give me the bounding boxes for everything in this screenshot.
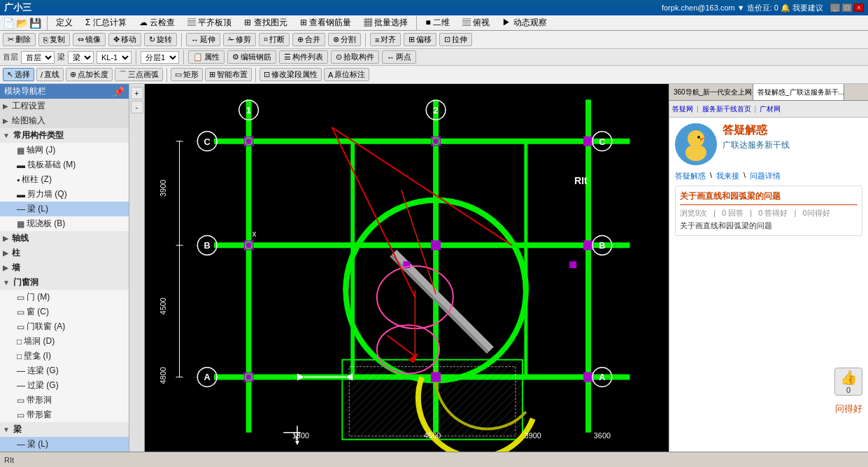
sidebar-group-column[interactable]: ▶ 柱 xyxy=(0,246,129,260)
sidebar-header: 模块导航栏 📌 xyxy=(0,84,129,99)
browser-tab-360[interactable]: 360导航_新一代安全上网... xyxy=(669,84,753,100)
sidebar-group-beam[interactable]: ▼ 梁 xyxy=(0,422,129,437)
menu-sum[interactable]: Σ 汇总计算 xyxy=(80,15,132,30)
qa-link-detail[interactable]: 问题详情 xyxy=(750,171,781,181)
sidebar-item-doorwindow-combo[interactable]: ▭ 门联窗 (A) xyxy=(0,319,129,334)
move-btn[interactable]: ✥ 移动 xyxy=(108,33,141,46)
copy-btn[interactable]: ⎘ 复制 xyxy=(38,33,70,46)
sidebar-item-door[interactable]: ▭ 门 (M) xyxy=(0,290,129,305)
merge-btn[interactable]: ⊕ 合并 xyxy=(292,33,325,46)
qb-plus[interactable]: + xyxy=(131,87,143,99)
open-icon[interactable]: 📂 xyxy=(16,18,28,29)
rect-tool[interactable]: ▭ 矩形 xyxy=(171,68,203,81)
menu-topview[interactable]: ▤ 俯视 xyxy=(457,15,495,30)
niche-label: 壁龛 (I) xyxy=(24,350,51,362)
menu-2d[interactable]: ■ 二维 xyxy=(420,15,455,30)
qa-item-title[interactable]: 关于画直线和园弧梁的问题 xyxy=(680,190,858,202)
expand-icon: ▶ xyxy=(3,102,8,110)
save-icon[interactable]: 💾 xyxy=(29,18,41,29)
sidebar-item-column[interactable]: ▪ 框柱 (Z) xyxy=(0,172,129,187)
layer-select[interactable]: 分层1 xyxy=(141,51,179,64)
qa-link-qa[interactable]: 答疑解惑 xyxy=(675,171,706,181)
menu-cloud[interactable]: ☁ 云检查 xyxy=(134,15,180,30)
split-btn[interactable]: ⊗ 分割 xyxy=(328,33,361,46)
menu-view-rebar[interactable]: ⊞ 查看钢筋量 xyxy=(294,15,357,30)
sidebar-item-wallopening[interactable]: □ 墙洞 (D) xyxy=(0,334,129,349)
sidebar-group-doorwindow[interactable]: ▼ 门窗洞 xyxy=(0,275,129,290)
sidebar-item-beam2[interactable]: — 梁 (L) xyxy=(0,437,129,452)
statusbar: RIt xyxy=(0,452,868,467)
qa-link-sep1: \ xyxy=(710,171,712,181)
nav-link-materials[interactable]: 广材网 xyxy=(760,104,781,114)
raft-label: 筏板基础 (M) xyxy=(27,159,76,171)
two-point-btn[interactable]: ↔ 两点 xyxy=(382,50,416,64)
sidebar-group-common[interactable]: ▼ 常用构件类型 xyxy=(0,128,129,143)
canvas-area[interactable]: x x C C B B A A 1 2 3900 4500 4800 xyxy=(145,84,669,452)
menu-find[interactable]: ⊞ 查找图元 xyxy=(239,15,292,30)
sidebar: 模块导航栏 📌 ▶ 工程设置 ▶ 绘图输入 ▼ 常用构件类型 ▦ 轴网 (J) … xyxy=(0,84,129,452)
qa-subtitle-text: 广联达服务新干线 xyxy=(723,139,862,151)
rotate-btn[interactable]: ↻ 旋转 xyxy=(144,33,177,46)
stretch-btn[interactable]: ⊡ 拉伸 xyxy=(439,33,472,46)
offset-btn[interactable]: ⊞ 偏移 xyxy=(404,33,436,46)
drawing-canvas[interactable]: x x C C B B A A 1 2 3900 4500 4800 xyxy=(145,84,669,452)
pick-component-btn[interactable]: ⊙ 拾取构件 xyxy=(331,50,379,64)
close-btn[interactable]: × xyxy=(854,4,864,12)
modify-segment-tool[interactable]: ⊡ 修改梁段属性 xyxy=(259,68,322,81)
mirror-btn[interactable]: ⇔ 镜像 xyxy=(73,33,106,46)
qa-link-accept[interactable]: 我来接 xyxy=(716,171,739,181)
floor-select[interactable]: 首层 xyxy=(21,51,55,64)
sidebar-item-connbeam[interactable]: — 连梁 (G) xyxy=(0,363,129,378)
menu-level[interactable]: ▤ 平齐板顶 xyxy=(182,15,237,30)
sidebar-item-raft[interactable]: ▬ 筏板基础 (M) xyxy=(0,158,129,172)
sidebar-item-engineering-setup[interactable]: ▶ 工程设置 xyxy=(0,99,129,113)
inplace-label-tool[interactable]: A 原位标注 xyxy=(324,68,369,81)
delete-btn[interactable]: ✂ 删除 xyxy=(3,33,36,46)
sidebar-group-wall[interactable]: ▶ 墙 xyxy=(0,260,129,275)
sidebar-item-shearwall[interactable]: ▬ 剪力墙 (Q) xyxy=(0,187,129,202)
sidebar-item-niche[interactable]: □ 壁龛 (I) xyxy=(0,349,129,363)
break-btn[interactable]: ⌗ 打断 xyxy=(259,33,290,46)
sidebar-item-slab[interactable]: ▦ 现浇板 (B) xyxy=(0,216,129,231)
nav-link-qa[interactable]: 答疑网 xyxy=(672,104,693,114)
sidebar-item-axis[interactable]: ▦ 轴网 (J) xyxy=(0,143,129,158)
qb-minus[interactable]: - xyxy=(131,101,143,113)
menu-define[interactable]: 定义 xyxy=(50,15,78,30)
edit-rebar-btn[interactable]: ⚙ 编辑钢筋 xyxy=(227,50,276,64)
new-icon[interactable]: 📄 xyxy=(3,18,15,29)
extend-btn[interactable]: ↔ 延伸 xyxy=(186,33,220,46)
sidebar-item-stripwindow[interactable]: ▭ 带形窗 xyxy=(0,407,129,422)
smart-layout-tool[interactable]: ⊞ 智能布置 xyxy=(205,68,252,81)
trim-btn[interactable]: ✁ 修剪 xyxy=(223,33,256,46)
svg-text:4800: 4800 xyxy=(159,367,167,384)
point-length-tool[interactable]: ⊕ 点加长度 xyxy=(66,68,113,81)
minimize-btn[interactable]: _ xyxy=(830,4,840,12)
sidebar-pin[interactable]: 📌 xyxy=(113,86,124,97)
svg-text:C: C xyxy=(599,137,605,147)
sidebar-group-axis[interactable]: ▶ 轴线 xyxy=(0,231,129,246)
menu-batch[interactable]: ▦ 批量选择 xyxy=(358,15,413,30)
beam-type-select[interactable]: 梁 xyxy=(68,51,94,64)
menu-dynamic[interactable]: ▶ 动态观察 xyxy=(497,15,552,30)
component-list-btn[interactable]: ☰ 构件列表 xyxy=(279,50,328,64)
maximize-btn[interactable]: □ xyxy=(842,4,852,12)
arc-tool[interactable]: ⌒ 三点画弧 xyxy=(115,68,163,81)
expand-wall-icon: ▶ xyxy=(3,264,8,272)
like-button[interactable]: 👍 0 xyxy=(834,368,862,396)
qa-item: 关于画直线和园弧梁的问题 浏览9次 | 0 回答 | 0 答得好 | 0问得好 … xyxy=(675,186,862,236)
select-tool[interactable]: ↖ 选择 xyxy=(3,68,34,81)
feedback-text[interactable]: 问得好 xyxy=(835,403,862,415)
sidebar-item-drawing-input[interactable]: ▶ 绘图输入 xyxy=(0,113,129,128)
svg-text:RIt: RIt xyxy=(574,175,588,186)
align-btn[interactable]: ≡ 对齐 xyxy=(370,33,401,46)
property-btn[interactable]: 📋 属性 xyxy=(188,50,225,64)
nav-link-service[interactable]: 服务新干线首页 xyxy=(702,104,751,114)
line-tool[interactable]: / 直线 xyxy=(36,68,64,81)
overbeam-label: 过梁 (G) xyxy=(27,379,59,391)
sidebar-item-overbeam[interactable]: — 过梁 (G) xyxy=(0,378,129,393)
sidebar-item-window[interactable]: ▭ 窗 (C) xyxy=(0,305,129,319)
beam-name-select[interactable]: KL-1 xyxy=(97,51,131,64)
browser-tab-qa[interactable]: 答疑解惑_广联达服务新干... xyxy=(753,84,844,100)
sidebar-item-beam[interactable]: — 梁 (L) xyxy=(0,202,129,216)
sidebar-item-stripopening[interactable]: ▭ 带形洞 xyxy=(0,393,129,407)
